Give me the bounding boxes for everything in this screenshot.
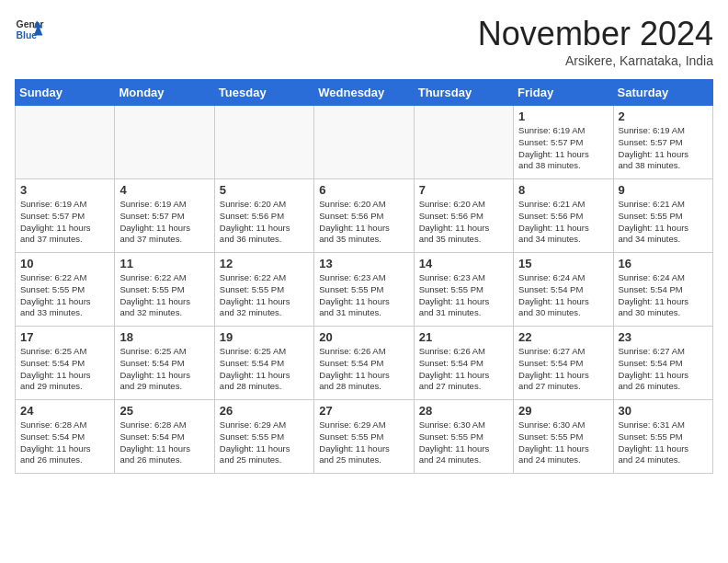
day-info: Sunrise: 6:23 AM Sunset: 5:55 PM Dayligh… xyxy=(419,272,508,319)
day-number: 23 xyxy=(619,330,708,344)
day-number: 19 xyxy=(220,330,309,344)
calendar-cell: 24Sunrise: 6:28 AM Sunset: 5:54 PM Dayli… xyxy=(16,400,115,474)
day-number: 5 xyxy=(220,183,309,197)
day-number: 14 xyxy=(419,257,508,270)
day-number: 3 xyxy=(20,183,109,197)
title-block: November 2024 Arsikere, Karnataka, India xyxy=(478,15,713,68)
weekday-header-monday: Monday xyxy=(115,80,214,106)
day-number: 30 xyxy=(619,404,708,418)
logo: General Blue xyxy=(15,15,44,44)
weekday-header-tuesday: Tuesday xyxy=(214,80,313,106)
day-number: 16 xyxy=(619,257,708,270)
day-info: Sunrise: 6:25 AM Sunset: 5:54 PM Dayligh… xyxy=(220,346,309,393)
day-info: Sunrise: 6:25 AM Sunset: 5:54 PM Dayligh… xyxy=(20,346,109,393)
day-info: Sunrise: 6:30 AM Sunset: 5:55 PM Dayligh… xyxy=(518,419,608,466)
day-info: Sunrise: 6:25 AM Sunset: 5:54 PM Dayligh… xyxy=(119,346,209,393)
day-info: Sunrise: 6:20 AM Sunset: 5:56 PM Dayligh… xyxy=(419,199,508,246)
day-info: Sunrise: 6:27 AM Sunset: 5:54 PM Dayligh… xyxy=(518,346,608,393)
calendar-cell: 23Sunrise: 6:27 AM Sunset: 5:54 PM Dayli… xyxy=(613,327,712,400)
calendar-cell xyxy=(214,106,313,179)
calendar-cell: 9Sunrise: 6:21 AM Sunset: 5:55 PM Daylig… xyxy=(613,179,712,253)
day-number: 1 xyxy=(518,109,608,123)
day-info: Sunrise: 6:19 AM Sunset: 5:57 PM Dayligh… xyxy=(619,125,708,172)
day-info: Sunrise: 6:28 AM Sunset: 5:54 PM Dayligh… xyxy=(119,419,209,466)
day-info: Sunrise: 6:30 AM Sunset: 5:55 PM Dayligh… xyxy=(419,419,508,466)
weekday-header-wednesday: Wednesday xyxy=(314,80,414,106)
day-info: Sunrise: 6:23 AM Sunset: 5:55 PM Dayligh… xyxy=(319,272,408,319)
logo-icon: General Blue xyxy=(15,15,44,44)
day-number: 13 xyxy=(319,257,408,270)
day-number: 25 xyxy=(119,404,209,418)
day-info: Sunrise: 6:29 AM Sunset: 5:55 PM Dayligh… xyxy=(319,419,408,466)
weekday-header-saturday: Saturday xyxy=(613,80,712,106)
calendar-cell: 11Sunrise: 6:22 AM Sunset: 5:55 PM Dayli… xyxy=(115,253,214,327)
page-header: General Blue November 2024 Arsikere, Kar… xyxy=(15,15,713,68)
calendar-cell: 8Sunrise: 6:21 AM Sunset: 5:56 PM Daylig… xyxy=(514,179,613,253)
day-info: Sunrise: 6:19 AM Sunset: 5:57 PM Dayligh… xyxy=(119,199,209,246)
calendar-cell: 10Sunrise: 6:22 AM Sunset: 5:55 PM Dayli… xyxy=(16,253,115,327)
day-number: 6 xyxy=(319,183,408,197)
day-info: Sunrise: 6:22 AM Sunset: 5:55 PM Dayligh… xyxy=(119,272,209,319)
day-info: Sunrise: 6:24 AM Sunset: 5:54 PM Dayligh… xyxy=(518,272,608,319)
calendar-cell xyxy=(16,106,115,179)
day-info: Sunrise: 6:22 AM Sunset: 5:55 PM Dayligh… xyxy=(220,272,309,319)
day-info: Sunrise: 6:21 AM Sunset: 5:55 PM Dayligh… xyxy=(619,199,708,246)
calendar-cell: 7Sunrise: 6:20 AM Sunset: 5:56 PM Daylig… xyxy=(414,179,513,253)
day-info: Sunrise: 6:26 AM Sunset: 5:54 PM Dayligh… xyxy=(419,346,508,393)
day-number: 7 xyxy=(419,183,508,197)
day-number: 26 xyxy=(220,404,309,418)
day-info: Sunrise: 6:26 AM Sunset: 5:54 PM Dayligh… xyxy=(319,346,408,393)
weekday-header-row: SundayMondayTuesdayWednesdayThursdayFrid… xyxy=(16,80,713,106)
calendar-cell: 29Sunrise: 6:30 AM Sunset: 5:55 PM Dayli… xyxy=(514,400,613,474)
day-number: 10 xyxy=(20,257,109,270)
calendar-cell: 28Sunrise: 6:30 AM Sunset: 5:55 PM Dayli… xyxy=(414,400,513,474)
day-number: 24 xyxy=(20,404,109,418)
month-title: November 2024 xyxy=(478,15,713,53)
weekday-header-friday: Friday xyxy=(514,80,613,106)
day-number: 18 xyxy=(119,330,209,344)
day-number: 20 xyxy=(319,330,408,344)
calendar-cell: 14Sunrise: 6:23 AM Sunset: 5:55 PM Dayli… xyxy=(414,253,513,327)
calendar-cell: 2Sunrise: 6:19 AM Sunset: 5:57 PM Daylig… xyxy=(613,106,712,179)
day-number: 28 xyxy=(419,404,508,418)
weekday-header-thursday: Thursday xyxy=(414,80,513,106)
calendar-cell: 27Sunrise: 6:29 AM Sunset: 5:55 PM Dayli… xyxy=(314,400,414,474)
calendar-cell xyxy=(414,106,513,179)
calendar-cell: 4Sunrise: 6:19 AM Sunset: 5:57 PM Daylig… xyxy=(115,179,214,253)
calendar-week-3: 10Sunrise: 6:22 AM Sunset: 5:55 PM Dayli… xyxy=(16,253,713,327)
day-number: 27 xyxy=(319,404,408,418)
calendar-week-2: 3Sunrise: 6:19 AM Sunset: 5:57 PM Daylig… xyxy=(16,179,713,253)
calendar-cell: 1Sunrise: 6:19 AM Sunset: 5:57 PM Daylig… xyxy=(514,106,613,179)
calendar-week-5: 24Sunrise: 6:28 AM Sunset: 5:54 PM Dayli… xyxy=(16,400,713,474)
calendar-cell: 22Sunrise: 6:27 AM Sunset: 5:54 PM Dayli… xyxy=(514,327,613,400)
calendar-cell: 25Sunrise: 6:28 AM Sunset: 5:54 PM Dayli… xyxy=(115,400,214,474)
calendar-cell: 6Sunrise: 6:20 AM Sunset: 5:56 PM Daylig… xyxy=(314,179,414,253)
calendar-cell: 21Sunrise: 6:26 AM Sunset: 5:54 PM Dayli… xyxy=(414,327,513,400)
day-info: Sunrise: 6:31 AM Sunset: 5:55 PM Dayligh… xyxy=(619,419,708,466)
calendar-cell: 15Sunrise: 6:24 AM Sunset: 5:54 PM Dayli… xyxy=(514,253,613,327)
calendar-cell: 18Sunrise: 6:25 AM Sunset: 5:54 PM Dayli… xyxy=(115,327,214,400)
day-info: Sunrise: 6:19 AM Sunset: 5:57 PM Dayligh… xyxy=(20,199,109,246)
weekday-header-sunday: Sunday xyxy=(16,80,115,106)
day-number: 8 xyxy=(518,183,608,197)
day-info: Sunrise: 6:20 AM Sunset: 5:56 PM Dayligh… xyxy=(319,199,408,246)
day-number: 4 xyxy=(119,183,209,197)
calendar-cell: 26Sunrise: 6:29 AM Sunset: 5:55 PM Dayli… xyxy=(214,400,313,474)
calendar-cell: 3Sunrise: 6:19 AM Sunset: 5:57 PM Daylig… xyxy=(16,179,115,253)
calendar-cell: 17Sunrise: 6:25 AM Sunset: 5:54 PM Dayli… xyxy=(16,327,115,400)
calendar-table: SundayMondayTuesdayWednesdayThursdayFrid… xyxy=(15,79,713,474)
calendar-cell: 13Sunrise: 6:23 AM Sunset: 5:55 PM Dayli… xyxy=(314,253,414,327)
day-number: 15 xyxy=(518,257,608,270)
calendar-week-1: 1Sunrise: 6:19 AM Sunset: 5:57 PM Daylig… xyxy=(16,106,713,179)
calendar-cell: 5Sunrise: 6:20 AM Sunset: 5:56 PM Daylig… xyxy=(214,179,313,253)
day-number: 12 xyxy=(220,257,309,270)
day-number: 2 xyxy=(619,109,708,123)
day-number: 21 xyxy=(419,330,508,344)
day-number: 22 xyxy=(518,330,608,344)
calendar-cell xyxy=(115,106,214,179)
calendar-cell: 20Sunrise: 6:26 AM Sunset: 5:54 PM Dayli… xyxy=(314,327,414,400)
calendar-cell: 12Sunrise: 6:22 AM Sunset: 5:55 PM Dayli… xyxy=(214,253,313,327)
calendar-week-4: 17Sunrise: 6:25 AM Sunset: 5:54 PM Dayli… xyxy=(16,327,713,400)
day-number: 29 xyxy=(518,404,608,418)
day-info: Sunrise: 6:27 AM Sunset: 5:54 PM Dayligh… xyxy=(619,346,708,393)
